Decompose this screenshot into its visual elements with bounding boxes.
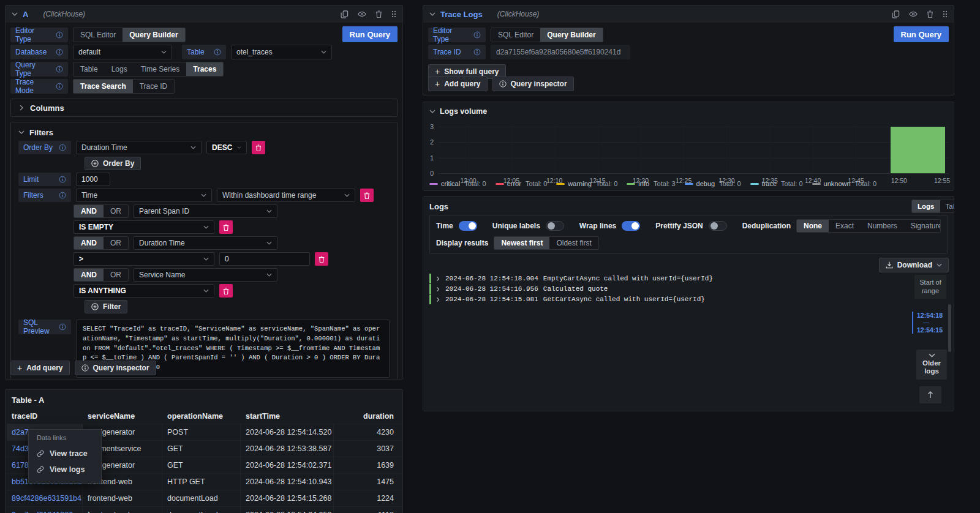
- filter-1-and-option[interactable]: AND: [74, 205, 104, 217]
- panel-title: A: [23, 10, 28, 19]
- editor-type-option-sql-editor[interactable]: SQL Editor: [74, 28, 123, 42]
- table-select[interactable]: otel_traces: [231, 45, 332, 59]
- run-query-button[interactable]: Run Query: [342, 26, 398, 42]
- trash-icon[interactable]: [927, 10, 933, 18]
- filter-1-bool-group: AND OR: [74, 204, 129, 218]
- filter-1-or-option[interactable]: OR: [104, 205, 128, 217]
- column-header-service-name[interactable]: serviceName: [83, 408, 162, 424]
- add-order-by-button[interactable]: Order By: [85, 157, 141, 170]
- remove-filter-2-button[interactable]: [315, 252, 328, 266]
- column-header-operation-name[interactable]: operationName: [162, 408, 241, 424]
- filter-3-or-option[interactable]: OR: [104, 269, 128, 281]
- trace-logs-header[interactable]: Trace Logs (ClickHouse): [423, 6, 954, 23]
- remove-filter-1-button[interactable]: [219, 220, 233, 234]
- log-row[interactable]: 2024-06-28 12:54:18.004 EmptyCartAsync c…: [429, 274, 901, 283]
- remove-order-by-button[interactable]: [252, 141, 265, 154]
- scroll-to-top-button[interactable]: [919, 386, 941, 403]
- limit-input[interactable]: 1000: [76, 173, 110, 186]
- view-option-logs[interactable]: Logs: [912, 200, 940, 212]
- dedup-option-numbers[interactable]: Numbers: [861, 220, 904, 232]
- legend-item-info[interactable]: infoTotal: 3: [627, 180, 675, 187]
- remove-filter-3-button[interactable]: [219, 284, 233, 298]
- trace-id-input[interactable]: d2a7155ef6a928a05680e5ff6190241d: [491, 45, 630, 59]
- scrollbar-thumb[interactable]: [948, 304, 951, 352]
- panel-a-header[interactable]: A (ClickHouse): [6, 6, 402, 23]
- logs-volume-header[interactable]: Logs volume: [423, 102, 954, 121]
- info-icon: [56, 66, 63, 73]
- duplicate-icon[interactable]: [892, 10, 900, 18]
- filter-2-and-option[interactable]: AND: [74, 237, 104, 249]
- add-query-button[interactable]: + Add query: [428, 77, 488, 91]
- filter-time-operator-select[interactable]: Within dashboard time range: [217, 189, 355, 202]
- log-row[interactable]: 2024-06-28 12:54:15.081 GetCartAsync cal…: [429, 294, 901, 304]
- column-header-duration[interactable]: duration: [334, 408, 401, 424]
- dedup-option-signature[interactable]: Signature: [904, 220, 941, 232]
- query-inspector-button[interactable]: Query inspector: [75, 361, 156, 375]
- log-range-indicator[interactable]: 12:54:18 — 12:54:15: [912, 312, 943, 334]
- eye-icon[interactable]: [358, 11, 366, 17]
- older-logs-button[interactable]: Older logs: [916, 350, 947, 380]
- trace-id-link[interactable]: 9ae7acf61341886...: [12, 511, 80, 513]
- view-trace-menu-item[interactable]: View trace: [37, 446, 93, 462]
- trace-mode-option-trace-search[interactable]: Trace Search: [74, 80, 133, 93]
- editor-type-option-query-builder[interactable]: Query Builder: [123, 28, 184, 42]
- wrap-lines-toggle[interactable]: [622, 221, 640, 231]
- trash-icon[interactable]: [375, 10, 382, 18]
- dedup-option-exact[interactable]: Exact: [829, 220, 861, 232]
- legend-item-error[interactable]: errorTotal: 0: [496, 180, 548, 187]
- display-option-newest-first[interactable]: Newest first: [494, 237, 549, 249]
- table-row: 9ae7acf61341886... frontend-web document…: [7, 506, 401, 513]
- drag-handle-icon[interactable]: [391, 10, 396, 18]
- legend-item-unknown[interactable]: unknownTotal: 0: [812, 180, 877, 187]
- log-row[interactable]: 2024-06-28 12:54:16.956 Calculated quote: [429, 284, 901, 294]
- filters-section-toggle[interactable]: Filters: [18, 126, 390, 138]
- run-query-button[interactable]: Run Query: [894, 26, 949, 42]
- query-type-option-table[interactable]: Table: [74, 62, 105, 76]
- filter-time-field-select[interactable]: Time: [76, 189, 212, 202]
- database-select[interactable]: default: [73, 45, 172, 59]
- add-filter-button[interactable]: Filter: [85, 300, 127, 313]
- query-type-option-traces[interactable]: Traces: [186, 62, 223, 76]
- table-row: 89cf4286e631591b4... frontend-web docume…: [7, 490, 401, 506]
- filter-1-field-select[interactable]: Parent Span ID: [134, 204, 277, 218]
- trace-id-link[interactable]: 89cf4286e631591b4...: [12, 494, 83, 503]
- prettify-json-toggle[interactable]: [709, 221, 727, 231]
- unique-labels-toggle[interactable]: [546, 221, 564, 231]
- filter-2-or-option[interactable]: OR: [104, 237, 128, 249]
- editor-type-option-query-builder[interactable]: Query Builder: [540, 28, 602, 42]
- eye-icon[interactable]: [909, 11, 918, 17]
- columns-section-toggle[interactable]: Columns: [10, 99, 398, 117]
- add-query-button[interactable]: + Add query: [10, 361, 70, 375]
- dedup-option-none[interactable]: None: [797, 220, 829, 232]
- filter-1-operator-select[interactable]: IS EMPTY: [74, 220, 214, 234]
- query-inspector-button[interactable]: Query inspector: [492, 77, 574, 91]
- filter-2-field-select[interactable]: Duration Time: [134, 236, 277, 250]
- legend-item-warning[interactable]: warningTotal: 0: [556, 180, 617, 187]
- view-option-table[interactable]: Table: [940, 200, 955, 212]
- column-header-trace-id[interactable]: traceID: [7, 408, 83, 424]
- order-by-direction-select[interactable]: DESC: [206, 141, 247, 154]
- filter-2-value-input[interactable]: 0: [219, 252, 310, 266]
- column-header-start-time[interactable]: startTime: [241, 408, 334, 424]
- legend-item-critical[interactable]: criticalTotal: 0: [429, 180, 486, 187]
- duplicate-icon[interactable]: [341, 10, 349, 18]
- filter-3-and-option[interactable]: AND: [74, 269, 104, 281]
- filter-2-operator-select[interactable]: >: [74, 252, 214, 266]
- order-by-field-select[interactable]: Duration Time: [76, 141, 202, 154]
- trace-mode-option-trace-id[interactable]: Trace ID: [133, 80, 175, 93]
- query-type-option-logs[interactable]: Logs: [105, 62, 134, 76]
- remove-filter-button[interactable]: [360, 189, 374, 202]
- download-button[interactable]: Download: [879, 258, 949, 272]
- filter-3-field-select[interactable]: Service Name: [134, 268, 277, 282]
- editor-type-option-sql-editor[interactable]: SQL Editor: [491, 28, 540, 42]
- info-icon: [56, 83, 63, 90]
- display-option-oldest-first[interactable]: Oldest first: [549, 237, 598, 249]
- view-logs-menu-item[interactable]: View logs: [37, 462, 93, 477]
- legend-item-trace[interactable]: traceTotal: 0: [750, 180, 803, 187]
- drag-handle-icon[interactable]: [943, 10, 948, 18]
- info-logs-bar[interactable]: [891, 127, 945, 173]
- query-type-option-time-series[interactable]: Time Series: [134, 62, 187, 76]
- legend-item-debug[interactable]: debugTotal: 0: [685, 180, 741, 187]
- filter-3-operator-select[interactable]: IS ANYTHING: [74, 284, 214, 298]
- time-toggle[interactable]: [459, 221, 477, 231]
